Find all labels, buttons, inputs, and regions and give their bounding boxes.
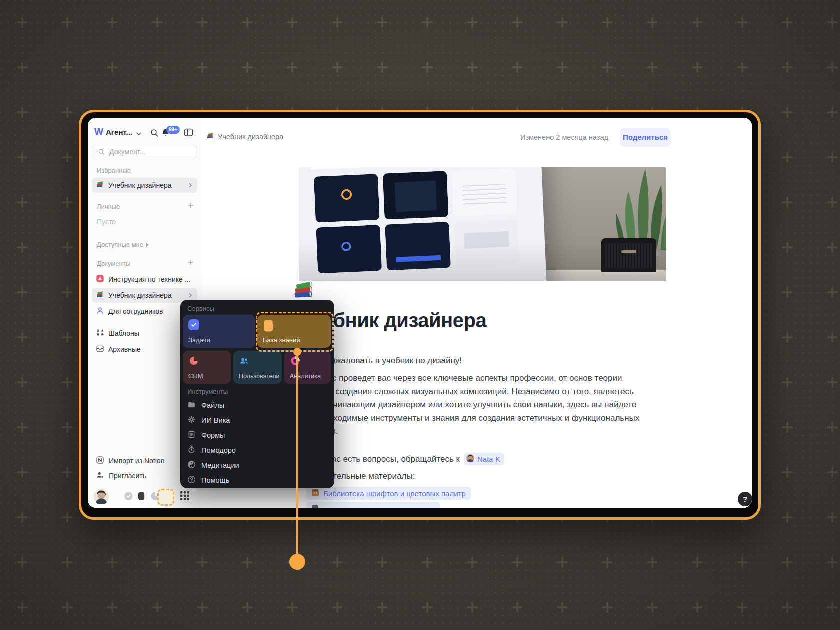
tile-label: Аналитика (290, 373, 321, 380)
document-lines-icon (188, 430, 196, 440)
sidebar-item-favorite-textbook[interactable]: Учебник дизайнера (92, 178, 198, 193)
workspace-header: W Агент... 99+ (88, 125, 202, 141)
gear-icon (188, 416, 196, 426)
annotation-pointer-end-dot (290, 554, 306, 570)
check-circle-icon[interactable] (124, 492, 134, 503)
sidebar-item-label: Шаблоны (108, 330, 140, 338)
search-input[interactable] (108, 145, 194, 158)
tool-label: ИИ Вика (202, 416, 230, 424)
popup-tile-analytics[interactable]: Аналитика (284, 351, 331, 384)
cover-speaker-grill (606, 244, 652, 268)
workspace-name[interactable]: Агент... (106, 128, 132, 136)
bottom-dock (88, 488, 202, 508)
sidebar-item-designer-textbook[interactable]: Учебник дизайнера (92, 288, 198, 303)
sidebar-search[interactable] (93, 144, 196, 160)
person-icon (96, 306, 104, 316)
sidebar-item-label: Архивные (108, 346, 141, 354)
popup-tool-forms[interactable]: Формы (180, 428, 334, 443)
popup-tool-help[interactable]: Помощь (180, 473, 334, 488)
pie-chart-icon (188, 356, 200, 368)
cover-speaker (602, 238, 656, 272)
modified-timestamp: Изменено 2 месяца назад (520, 134, 608, 142)
tools-section-label: Инструменты (188, 388, 228, 396)
card-box-icon (312, 489, 320, 498)
search-icon (98, 148, 105, 156)
share-button[interactable]: Поделиться (620, 128, 671, 147)
annotation-pointer-line (296, 352, 298, 555)
sidebar-item-label: Инструкция по технике ... (108, 276, 190, 284)
sidebar-item-label: Учебник дизайнера (108, 292, 172, 300)
add-document-button[interactable] (188, 259, 196, 267)
user-mention[interactable]: Nata K (464, 453, 504, 466)
shapes-icon (96, 328, 104, 338)
annotation-pointer-origin-dot (294, 348, 302, 356)
apps-grid-button[interactable] (179, 490, 191, 504)
app-window: W Агент... 99+ (79, 110, 761, 520)
add-personal-button[interactable] (188, 202, 196, 210)
services-section-label: Сервисы (188, 305, 214, 312)
sidebar-collapse-icon[interactable] (184, 128, 194, 139)
folder-icon (188, 400, 196, 410)
search-icon[interactable] (150, 128, 159, 140)
tool-label: Помодоро (202, 446, 236, 454)
stopwatch-icon (188, 446, 196, 456)
help-button[interactable]: ? (738, 492, 752, 506)
popup-tile-crm[interactable]: CRM (183, 351, 231, 384)
workspace-logo: W (94, 126, 104, 138)
tile-label: CRM (188, 372, 204, 380)
donut-chart-icon (290, 356, 301, 368)
tool-label: Медитации (202, 462, 240, 470)
personal-section-label: Личные (97, 203, 120, 210)
sidebar-item-instruction[interactable]: Инструкция по технике ... (92, 272, 198, 287)
popup-tool-ai[interactable]: ИИ Вика (180, 413, 334, 428)
cover-mockup (454, 219, 520, 268)
popup-tile-users[interactable]: Пользователи (234, 351, 282, 384)
notification-badge[interactable]: 99+ (166, 126, 180, 134)
check-icon (188, 320, 200, 330)
paragraph-line: дизайнов. (299, 425, 640, 438)
chevron-down-icon[interactable] (136, 130, 142, 139)
material-link[interactable]: Библиотека шрифтов и цветовых палитр (306, 487, 471, 500)
breadcrumb-label: Учебник дизайнера (218, 133, 284, 141)
question-circle-icon (188, 476, 196, 486)
tool-label: Формы (202, 432, 226, 440)
popup-tool-meditation[interactable]: Медитации (180, 458, 334, 473)
users-icon (239, 356, 250, 368)
popup-tile-tasks[interactable]: Задачи (183, 315, 256, 348)
expander-icon (146, 243, 149, 247)
cover-mockup (452, 168, 518, 216)
mention-name: Nata K (478, 455, 500, 464)
personal-empty-label: Пусто (97, 218, 116, 226)
person-plus-icon (96, 471, 104, 481)
avatar[interactable] (94, 489, 109, 506)
invite-label: Пригласить (109, 472, 146, 480)
cover-image (299, 168, 666, 282)
warning-doc-icon (96, 274, 104, 284)
tool-label: Файлы (202, 402, 224, 410)
cover-mockup (314, 174, 380, 222)
mention-avatar (466, 454, 474, 464)
paragraph-line: все необходимые инструменты и знания для… (299, 412, 640, 426)
breadcrumb[interactable]: Учебник дизайнера (206, 132, 284, 142)
chevron-right-icon (188, 182, 194, 190)
tile-label: Пользователи (239, 373, 280, 380)
favorites-section-label: Избранные (97, 167, 131, 174)
books-icon (96, 180, 104, 190)
cover-desk (454, 270, 666, 282)
paragraph-line: цвета до создания сложных визуальных ком… (299, 386, 640, 399)
popup-tool-files[interactable]: Файлы (180, 398, 334, 413)
cover-mockup (316, 225, 382, 274)
cover-mockup (385, 222, 451, 270)
notion-icon (96, 456, 104, 466)
cover-speaker-logo (622, 250, 636, 253)
shared-section-label[interactable]: Доступные мне (97, 241, 149, 248)
popup-tool-pomodoro[interactable]: Помодоро (180, 443, 334, 458)
material-link-clipped[interactable] (306, 502, 440, 508)
cover-wall (498, 168, 666, 282)
tile-label: Задачи (188, 336, 210, 344)
cover-mockup (383, 171, 449, 220)
documents-section-label: Документы (97, 260, 130, 268)
card-icon[interactable] (137, 492, 146, 503)
sidebar-item-label: Учебник дизайнера (108, 182, 172, 190)
doc-icon (312, 504, 318, 508)
